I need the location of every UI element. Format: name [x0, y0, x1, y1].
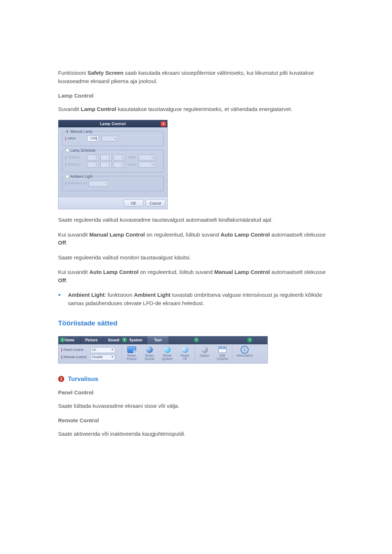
panel-control-desc: Saate lülitada kuvaseadme ekraani sisse … [58, 402, 334, 410]
lamp-control-dialog: Lamp Control x Manual Lamp Value 100 ▲▼ … [58, 120, 168, 209]
manual-lamp-legend: Manual Lamp [70, 129, 93, 134]
safety-screen-paragraph: Funktsiooni Safety Screen saab kasutada … [58, 69, 334, 85]
reset-system-icon [164, 346, 171, 353]
section-1-title: Turvalisus [68, 374, 98, 384]
setting2-hour: ▲▼ [87, 162, 99, 168]
reset-all-icon [182, 346, 188, 353]
reset-sound-icon [146, 346, 153, 353]
reference-id-label: Reference ID [68, 181, 87, 186]
lamp-schedule-radio[interactable] [65, 148, 69, 152]
setting1-value-select: ▶ [139, 155, 155, 160]
option-icon [201, 346, 208, 353]
remote-control-subhead: Remote Control [58, 416, 334, 425]
manual-lamp-group: Manual Lamp Value 100 ▲▼ ▶ [62, 131, 164, 146]
setting2-value-select: ▶ [139, 162, 155, 168]
ok-button[interactable]: OK [124, 200, 143, 207]
setting2-label: Setting 2 [68, 162, 81, 167]
value-label: Value [68, 136, 75, 141]
dialog-titlebar: Lamp Control x [58, 120, 167, 127]
lamp-schedule-legend: Lamp Schedule [70, 148, 96, 153]
tab-picture[interactable]: Picture [81, 336, 103, 344]
panel-control-label: Panel Control [64, 348, 83, 353]
tab-system[interactable]: System [125, 336, 147, 344]
reset-system-button[interactable]: ResetSystem [158, 346, 176, 362]
reset-picture-icon [127, 346, 136, 353]
dialog-close-button[interactable]: x [160, 121, 166, 127]
remote-control-label: Remote Control [64, 355, 86, 360]
tab-tool[interactable]: Tool [147, 336, 169, 344]
lamp-control-heading: Lamp Control [58, 92, 334, 100]
cancel-button[interactable]: Cancel [146, 200, 165, 207]
reset-all-button[interactable]: ResetAll [176, 346, 194, 362]
reset-sound-button[interactable]: ResetSound [140, 346, 158, 362]
info-icon: i [241, 346, 249, 354]
para-manual-to-auto: Kui suvandit Manual Lamp Control on regu… [58, 231, 334, 247]
remote-control-desc: Saate aktiveerida või inaktiveerida kaug… [58, 430, 334, 438]
setting1-label: Setting 1 [68, 155, 81, 160]
section-1-number: 1 [58, 376, 64, 382]
setting1-min: ▲▼ [100, 155, 112, 160]
ambient-light-bullet: ● Ambient Light: funktsioon Ambient Ligh… [58, 291, 334, 307]
ambient-light-group: Ambient Light Reference ID ▼ [62, 176, 164, 191]
setting2-min: ▲▼ [100, 162, 112, 168]
dialog-title: Lamp Control [100, 121, 126, 127]
panel-control-select[interactable]: On▼ [90, 347, 115, 353]
mark-1: 1 [60, 337, 65, 342]
tools-heading: Tööriistade sätted [58, 318, 334, 329]
option-button[interactable]: Option [196, 346, 213, 362]
bullet-dot-icon: ● [58, 292, 61, 297]
setting1-ampm: ▲▼ [113, 155, 125, 160]
edit-column-icon [219, 346, 226, 353]
edit-column-button[interactable]: EditColumn [213, 346, 231, 362]
reset-picture-button[interactable]: ResetPicture [123, 346, 140, 362]
manual-lamp-value-select[interactable]: ▶ [102, 136, 118, 141]
mark-2: 2 [122, 337, 127, 342]
section-1-header: 1 Turvalisus [58, 374, 334, 384]
manual-lamp-radio[interactable] [65, 130, 69, 134]
lamp-schedule-group: Lamp Schedule Setting 1 ▲▼ ▲▼ ▲▼ Value ▶… [62, 150, 164, 172]
reference-id-select: ▼ [89, 181, 109, 186]
mark-3: 3 [194, 337, 199, 342]
para-auto-to-manual: Kui suvandit Auto Lamp Control on regule… [58, 268, 334, 284]
setting2-ampm: ▲▼ [113, 162, 125, 168]
tool-toolbar: Home 1 Picture Sound 2 System Tool 3 4 P… [58, 336, 268, 364]
tab-home[interactable]: Home 1 [58, 336, 81, 344]
setting1-value-label: Value [128, 155, 136, 160]
setting1-hour: ▲▼ [87, 155, 99, 160]
tab-sound[interactable]: Sound 2 [103, 336, 125, 344]
panel-control-subhead: Panel Control [58, 389, 334, 397]
remote-control-select[interactable]: Disable▼ [90, 354, 115, 360]
ambient-light-radio[interactable] [65, 175, 69, 178]
manual-lamp-value-spinner[interactable]: 100 ▲▼ [87, 136, 99, 141]
setting2-value-label: Value [128, 162, 136, 167]
para-manual-adjust: Saate reguleerida valitud monitori taust… [58, 254, 334, 262]
information-button[interactable]: i Information [233, 346, 256, 362]
lamp-control-desc: Suvandit Lamp Control kasutatakse tausta… [58, 105, 334, 114]
mark-4: 4 [247, 337, 252, 342]
ambient-light-legend: Ambient Light [70, 174, 93, 179]
para-auto-time: Saate reguleerida valitud kuvaseadme tau… [58, 216, 334, 224]
